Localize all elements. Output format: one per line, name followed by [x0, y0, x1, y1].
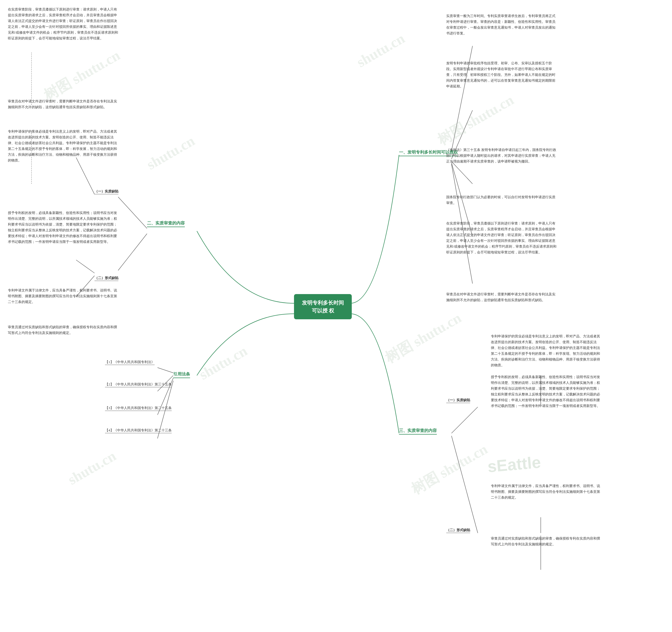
- watermark-5: shutu.cn: [196, 343, 250, 383]
- central-node: 发明专利多长时间可以授 权: [294, 294, 352, 319]
- citation-3: 【3】《中华人民共和国专利法》第二十五条: [105, 406, 172, 411]
- text-review-stage-right: 在实质审查阶段，审查员遵循以下原则进行审查：请求原则，申请人只有提出实质审查的请…: [446, 220, 556, 256]
- svg-line-7: [452, 436, 478, 533]
- sub-l1-1: （一）实质缺陷: [95, 189, 118, 194]
- svg-line-11: [118, 197, 147, 229]
- sub-r2-2: （二）形式缺陷: [446, 528, 470, 533]
- citation-4: 【4】《中华人民共和国专利法》第二十三条: [105, 428, 172, 433]
- text-tl2: 审查员在对申请文件进行审查时，需要判断申请文件是否存在专利法及实施细则所不允许的…: [8, 98, 118, 110]
- svg-line-6: [452, 407, 478, 433]
- watermark-2: shutu.cn: [144, 132, 198, 173]
- text-tl3: 专利申请保护的客体必须是专利法意义上的发明，即对产品、方法或者其改进所提出的新的…: [8, 128, 118, 164]
- text-patent-admin: 国务院专利行政部门认为必要的时候，可以自行对发明专利申请进行实质审查。: [446, 194, 556, 206]
- text-l1-2a: 专利申请文件属于法律文件，应当具备严谨性，权利要求书、说明书、说明书附图、摘要及…: [8, 287, 118, 305]
- watermark-4: 树图 shutu.cn: [434, 90, 518, 150]
- watermark-7: shutu.cn: [65, 447, 119, 488]
- sub-r2-1: （一）实质缺陷: [446, 398, 470, 403]
- branch-l1: 二、实质审查的内容: [147, 220, 185, 227]
- text-l1-1: 授予专利权的发明，必须具备新颖性、创造性和实用性；说明书应当对发明作出清楚、完整…: [8, 210, 118, 245]
- watermark-3: shutu.cn: [354, 30, 408, 71]
- watermark-1: 树图 shutu.cn: [40, 46, 124, 105]
- svg-line-16: [158, 368, 173, 373]
- text-tl1: 在实质审查阶段，审查员遵循以下原则进行审查：请求原则，申请人只有提出实质审查的请…: [8, 6, 118, 42]
- text-patentlaw-35: 《专利法》第三十五条 发明专利申请自申请日起三年内，国务院专利行政部门可以根据申…: [446, 147, 556, 164]
- text-r1-2: 发明专利申请的审批程序包括受理、初审、公布、实审以及授权五个阶段。实用新型或者外…: [446, 61, 556, 89]
- text-r1-1: 实质审查一般为三年时间。专利实质审查请求生效后，专利审查员将正式对专利申请进行审…: [446, 13, 556, 36]
- watermark-8: 树图 shutu.cn: [408, 440, 491, 499]
- svg-line-14: [76, 260, 95, 273]
- text-r2-2a: 专利申请文件属于法律文件，应当具备严谨性，权利要求书、说明书、说明书附图、摘要及…: [491, 483, 601, 500]
- mindmap-container: 树图 shutu.cn shutu.cn shutu.cn 树图 shutu.c…: [0, 0, 672, 632]
- sEattle-watermark: sEattle: [487, 453, 542, 476]
- svg-line-3: [452, 162, 473, 184]
- text-l1-2b: 审查员通过对实质缺陷和形式缺陷的审查，确保授权专利在实质内容和撰写形式上均符合专…: [8, 324, 118, 336]
- text-examiner-right: 审查员在对申请文件进行审查时，需要判断申请文件是否存在专利法及实施细则所不允许的…: [446, 291, 556, 303]
- branch-l2: 引用法条: [173, 372, 190, 378]
- watermark-6: 树图 shutu.cn: [381, 308, 465, 368]
- citation-2: 【2】《中华人民共和国专利法》第三十五条: [105, 382, 172, 387]
- sub-l1-2: （二）形式缺陷: [95, 276, 118, 281]
- citation-1: 【1】《中华人民共和国专利法》: [105, 360, 154, 365]
- text-r2-2b: 审查员通过对实质缺陷和形式缺陷的审查，确保授权专利在实质内容和撰写形式上均符合专…: [491, 536, 601, 547]
- branch-r2: 三、实质审查的内容: [399, 428, 437, 435]
- svg-line-12: [118, 234, 147, 271]
- text-r2-1: 专利申请保护的营业必须是专利法意义上的发明，即对产品、方法或者其改进所提出的新的…: [491, 333, 601, 409]
